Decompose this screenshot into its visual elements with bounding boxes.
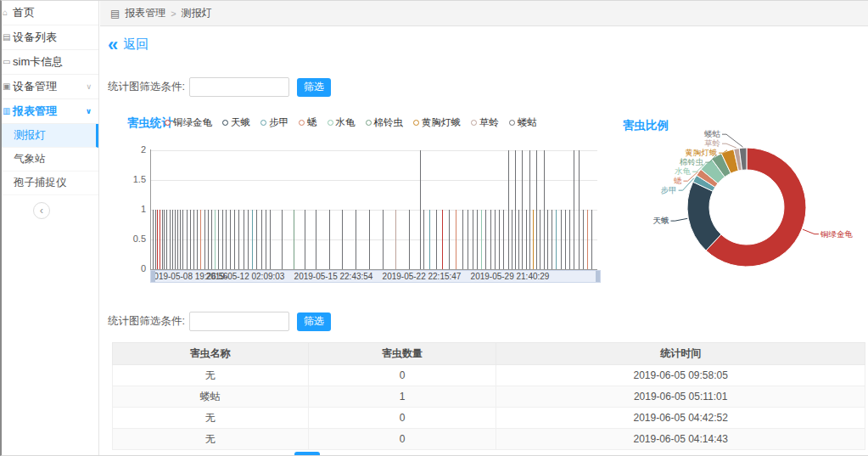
sidebar-item-label: 报表管理 xyxy=(13,104,57,117)
table-cell: 2019-06-05 09:58:05 xyxy=(496,365,865,386)
top-filter-row: 统计图筛选条件: 筛选 xyxy=(108,77,331,97)
pie-label: 铜绿金龟 xyxy=(820,229,854,239)
legend-item[interactable]: 蝼蛄 xyxy=(509,116,537,129)
datazoom-handle-right[interactable] xyxy=(596,271,600,282)
legend-item[interactable]: 水龟 xyxy=(328,116,356,129)
pie-label: 蟋 xyxy=(674,176,682,185)
top-filter-input[interactable] xyxy=(189,77,289,97)
partial-button-bottom[interactable] xyxy=(294,452,320,456)
sidebar: ⌂首页▤设备列表▭sim卡信息▣设备管理∨▥报表管理∨测报灯气象站孢子捕捉仪 ‹ xyxy=(2,1,99,455)
legend-marker-icon xyxy=(413,120,419,126)
datazoom-handle-left[interactable] xyxy=(151,271,155,282)
table-cell: 无 xyxy=(113,365,309,386)
table-cell: 2019-06-05 05:11:01 xyxy=(496,386,865,408)
table-cell: 0 xyxy=(308,429,496,450)
table-header-cell: 害虫数量 xyxy=(308,343,496,365)
sidebar-item-label: 设备列表 xyxy=(13,31,57,43)
table-header-row: 害虫名称害虫数量统计时间 xyxy=(113,343,865,365)
legend-label: 草蛉 xyxy=(479,116,499,129)
sidebar-item-label: 设备管理 xyxy=(13,80,57,93)
double-chevron-left-icon: « xyxy=(108,37,118,53)
sidebar-subitem-label: 孢子捕捉仪 xyxy=(14,177,67,189)
sidebar-item-device-manage[interactable]: ▣设备管理∨ xyxy=(2,75,98,99)
table-cell: 2019-06-05 04:14:43 xyxy=(496,429,865,450)
table-row: 无02019-06-05 04:42:52 xyxy=(113,408,865,429)
x-tick-label: 2019-05-29 21:40:29 xyxy=(471,272,550,281)
bottom-filter-label: 统计图筛选条件: xyxy=(108,314,185,329)
sidebar-item-report-manage[interactable]: ▥报表管理∨ xyxy=(2,99,98,124)
legend-item[interactable]: 草蛉 xyxy=(471,116,499,129)
chevron-down-icon: ∨ xyxy=(86,75,92,99)
legend-marker-icon xyxy=(260,120,266,126)
y-tick-label: 0.5 xyxy=(124,234,146,244)
sidebar-item-home[interactable]: ⌂首页 xyxy=(2,1,98,25)
legend-label: 蟋 xyxy=(307,116,317,129)
legend-marker-icon xyxy=(471,120,477,126)
sidebar-subitem-spore-catcher[interactable]: 孢子捕捉仪 xyxy=(2,172,98,195)
datazoom-slider[interactable]: 019-05-08 19:26:562019-05-12 02:09:03201… xyxy=(150,270,601,283)
legend-label: 棉铃虫 xyxy=(374,116,404,129)
pest-line-chart xyxy=(150,146,597,275)
pest-donut-chart: 蝼蛄草蛉黄胸灯蛾棉铃虫水龟蟋步甲天蛾铜绿金龟 xyxy=(618,111,868,296)
top-filter-button[interactable]: 筛选 xyxy=(297,78,331,97)
legend-marker-icon xyxy=(366,120,372,126)
sidebar-subitem-weather-station[interactable]: 气象站 xyxy=(2,148,98,172)
legend-label: 铜绿金龟 xyxy=(173,116,212,129)
legend-marker-icon xyxy=(165,120,171,126)
sidebar-item-label: sim卡信息 xyxy=(13,55,63,68)
table-cell: 0 xyxy=(308,408,496,429)
report-manage-icon: ▥ xyxy=(3,99,10,123)
pie-label: 蝼蛄 xyxy=(704,129,721,138)
legend-item[interactable]: 铜绿金龟 xyxy=(165,116,212,129)
legend-marker-icon xyxy=(328,120,333,126)
pest-ratio-chart-panel: 害虫比例 蝼蛄草蛉黄胸灯蛾棉铃虫水龟蟋步甲天蛾铜绿金龟 xyxy=(618,111,868,296)
legend-label: 蝼蛄 xyxy=(518,116,537,129)
chevron-down-icon: ∨ xyxy=(86,99,92,123)
sidebar-item-label: 首页 xyxy=(13,6,35,19)
bottom-filter-input[interactable] xyxy=(189,312,289,331)
legend-item[interactable]: 天蛾 xyxy=(222,116,250,129)
sidebar-subitem-lamp-report[interactable]: 测报灯 xyxy=(2,124,98,148)
table-row: 无02019-06-05 04:14:43 xyxy=(113,429,865,450)
pest-table: 害虫名称害虫数量统计时间 无02019-06-05 09:58:05蝼蛄1201… xyxy=(112,342,865,450)
legend-marker-icon xyxy=(299,120,305,126)
sidebar-nav: ⌂首页▤设备列表▭sim卡信息▣设备管理∨▥报表管理∨测报灯气象站孢子捕捉仪 xyxy=(2,1,98,195)
pest-table-wrap: 害虫名称害虫数量统计时间 无02019-06-05 09:58:05蝼蛄1201… xyxy=(112,342,865,450)
legend-marker-icon xyxy=(222,120,228,126)
sidebar-collapse-button[interactable]: ‹ xyxy=(33,202,50,219)
breadcrumb-separator: > xyxy=(171,8,176,19)
y-tick-label: 1.5 xyxy=(124,174,146,184)
legend-item[interactable]: 黄胸灯蛾 xyxy=(413,116,461,129)
legend-label: 水龟 xyxy=(336,116,356,129)
breadcrumb-section[interactable]: 报表管理 xyxy=(125,6,165,20)
device-manage-icon: ▣ xyxy=(3,75,10,99)
pie-label: 水龟 xyxy=(674,166,692,176)
table-row: 蝼蛄12019-06-05 05:11:01 xyxy=(113,386,865,408)
x-tick-label: 2019-05-15 22:43:54 xyxy=(294,272,373,281)
bottom-filter-button[interactable]: 筛选 xyxy=(297,312,331,331)
legend-label: 步甲 xyxy=(269,116,288,129)
sidebar-item-sim-card[interactable]: ▭sim卡信息 xyxy=(2,50,98,75)
legend-label: 天蛾 xyxy=(231,116,250,129)
app-root: ⌂首页▤设备列表▭sim卡信息▣设备管理∨▥报表管理∨测报灯气象站孢子捕捉仪 ‹… xyxy=(0,0,868,456)
pest-statistics-chart-panel: 害虫统计 铜绿金龟天蛾步甲蟋水龟棉铃虫黄胸灯蛾草蛉蝼蛄 21.510.50 01… xyxy=(112,108,614,301)
legend-marker-icon xyxy=(509,120,515,126)
legend-item[interactable]: 步甲 xyxy=(260,116,288,129)
pie-slice-1[interactable] xyxy=(687,182,721,251)
pie-label: 黄胸灯蛾 xyxy=(685,148,717,157)
table-cell: 0 xyxy=(308,365,496,386)
report-form-icon: ▤ xyxy=(110,8,120,20)
sidebar-subitem-label: 气象站 xyxy=(14,153,46,165)
legend-item[interactable]: 蟋 xyxy=(299,116,317,129)
table-cell: 1 xyxy=(308,386,496,408)
breadcrumb-page: 测报灯 xyxy=(182,6,212,20)
legend-item[interactable]: 棉铃虫 xyxy=(366,116,404,129)
y-tick-label: 1 xyxy=(124,204,146,214)
sidebar-item-device-list[interactable]: ▤设备列表 xyxy=(2,25,98,50)
breadcrumb-bar: ▤ 报表管理 > 测报灯 xyxy=(100,1,868,26)
y-tick-label: 0 xyxy=(124,263,146,273)
chart-legend: 铜绿金龟天蛾步甲蟋水龟棉铃虫黄胸灯蛾草蛉蝼蛄 xyxy=(165,116,537,129)
back-button[interactable]: « 返回 xyxy=(108,37,148,53)
table-header-cell: 害虫名称 xyxy=(113,343,309,365)
table-cell: 蝼蛄 xyxy=(113,386,309,408)
